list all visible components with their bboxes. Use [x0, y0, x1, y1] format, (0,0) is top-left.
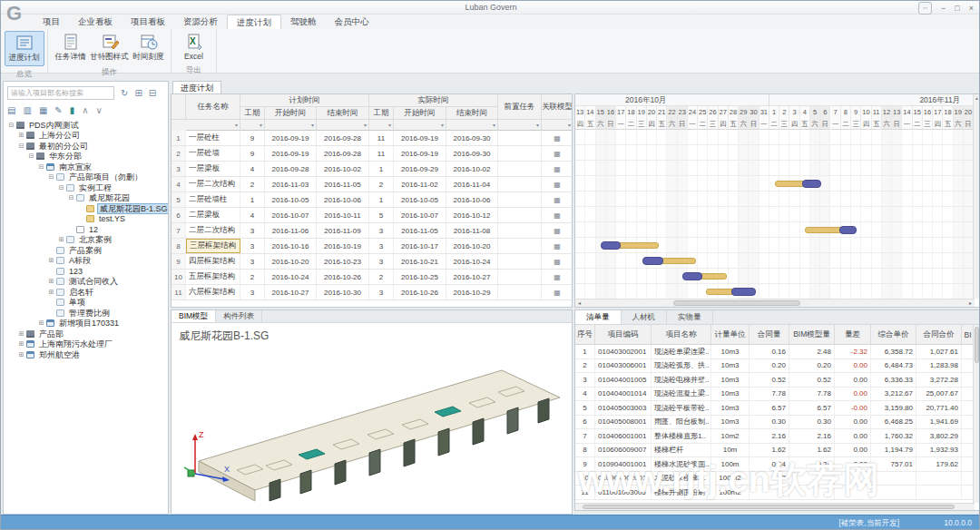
- bim-3d-model[interactable]: [182, 347, 564, 505]
- linked-model-cell[interactable]: ▦: [542, 192, 573, 207]
- quantities-tab-0[interactable]: 清单量: [575, 310, 622, 324]
- qty-row[interactable]: 10010904002001水泥砂浆楼梯2..100m20.22: [575, 472, 975, 486]
- qty-row[interactable]: 7010406001001整体楼梯直形1..10m22.162.160.001,…: [575, 429, 975, 444]
- gantt-actual-bar[interactable]: [601, 241, 620, 250]
- qty-row[interactable]: 2010403006001现浇砼弧形、拱..10m30.200.200.006,…: [575, 359, 975, 374]
- view-icon[interactable]: ▦: [39, 105, 47, 115]
- filter-dropdown-icon[interactable]: ▾: [240, 120, 265, 131]
- task-row[interactable]: 7二层二次结构32016-11-062016-11-0932016-11-052…: [172, 223, 573, 239]
- model-link-icon[interactable]: ▦: [554, 211, 561, 220]
- task-row[interactable]: 8三层框架结构32016-10-162016-10-1932016-10-172…: [172, 239, 573, 254]
- model-link-icon[interactable]: ▦: [554, 196, 561, 204]
- tree-item[interactable]: 12: [4, 224, 168, 235]
- window-theme-button[interactable]: ▫▫: [918, 2, 932, 15]
- filter-dropdown-icon[interactable]: ▾: [394, 120, 446, 131]
- collapse-up-icon[interactable]: ∧: [82, 105, 88, 115]
- menu-tab-2[interactable]: 项目看板: [122, 15, 174, 29]
- quantities-tab-1[interactable]: 人材机: [622, 310, 668, 324]
- gantt-vertical-scrollbar[interactable]: ▲: [973, 94, 980, 299]
- tree-item[interactable]: 管理费比例: [4, 308, 168, 319]
- close-button[interactable]: ×: [969, 3, 974, 14]
- task-row[interactable]: 3一层梁板42016-09-282016-10-0212016-09-29201…: [172, 162, 573, 177]
- menu-tab-4[interactable]: 进度计划: [227, 15, 281, 29]
- tree-item[interactable]: ⊟PDS内网测试: [4, 120, 168, 131]
- menu-tab-0[interactable]: 项目: [34, 15, 69, 29]
- tree-item[interactable]: ⊞测试合同收入: [4, 277, 168, 288]
- expand-icon[interactable]: ⊞: [47, 278, 55, 285]
- model-link-icon[interactable]: ▦: [554, 258, 561, 266]
- filter-dropdown-icon[interactable]: ▾: [265, 120, 317, 131]
- menu-tab-3[interactable]: 资源分析: [174, 15, 227, 29]
- tree-item[interactable]: ⊞北京案例: [4, 235, 168, 246]
- tree-item[interactable]: ⊟产品部项目（勿删）: [4, 172, 168, 183]
- filter-dropdown-icon[interactable]: ▾: [369, 120, 394, 131]
- filter-dropdown-icon[interactable]: ▾: [542, 120, 573, 131]
- qty-row[interactable]: 9010904001001楼梯水泥砂浆面..100m0.240.240.0075…: [575, 457, 975, 472]
- task-row[interactable]: 4一层二次结构22016-11-032016-11-0522016-11-022…: [172, 177, 573, 192]
- filter-dropdown-icon[interactable]: ▾: [186, 120, 240, 131]
- gantt-horizontal-scrollbar[interactable]: ◄ ►: [575, 299, 975, 307]
- maximize-button[interactable]: □: [955, 3, 959, 14]
- collapse-icon[interactable]: ⊟: [57, 184, 65, 191]
- gantt-actual-bar[interactable]: [839, 226, 857, 234]
- tree-item[interactable]: ⊞郑州航空港: [4, 349, 168, 360]
- collapse-icon[interactable]: ⊟: [47, 173, 55, 181]
- time-scale-button[interactable]: 时间刻度: [129, 31, 168, 64]
- tree-item[interactable]: ⊞上海分公司: [4, 131, 168, 142]
- expand-all-icon[interactable]: ⊞: [134, 88, 142, 98]
- task-row[interactable]: 11六层框架结构32016-10-272016-10-3032016-10-26…: [172, 285, 573, 300]
- model-link-icon[interactable]: ▦: [554, 165, 561, 173]
- task-detail-button[interactable]: 任务详情: [51, 31, 90, 64]
- expand-icon[interactable]: ⊞: [57, 236, 65, 243]
- qty-row[interactable]: 11011001003005楼梯井侧面粉刷100m2: [575, 486, 975, 500]
- bim-tab-0[interactable]: BIM模型: [172, 310, 216, 322]
- quantities-horizontal-scrollbar[interactable]: [575, 503, 975, 510]
- delete-icon[interactable]: ▮: [70, 105, 75, 115]
- collapse-icon[interactable]: ⊟: [37, 163, 45, 171]
- collapse-icon[interactable]: ⊟: [17, 142, 25, 150]
- expand-icon[interactable]: ⊞: [17, 351, 25, 358]
- layout-icon[interactable]: ⊟: [149, 88, 156, 98]
- linked-model-cell[interactable]: ▦: [542, 208, 573, 222]
- filter-dropdown-icon[interactable]: ▾: [317, 120, 369, 131]
- minimize-button[interactable]: −: [941, 3, 946, 14]
- tree-item[interactable]: ⊞A标段: [4, 256, 168, 267]
- qty-row[interactable]: 3010404001005现浇砼电梯井壁..10m30.520.520.006,…: [575, 373, 975, 388]
- task-row[interactable]: 5二层砼墙柱12016-10-052016-10-0612016-10-0520…: [172, 192, 573, 208]
- task-row[interactable]: 10五层框架结构22016-10-242016-10-2622016-10-25…: [172, 270, 573, 285]
- linked-model-cell[interactable]: ▦: [542, 131, 573, 145]
- edit-icon[interactable]: ✎: [54, 105, 62, 115]
- excel-export-button[interactable]: X Excel: [174, 31, 213, 63]
- tree-item[interactable]: ⊞启名轩: [4, 287, 168, 298]
- tree-item[interactable]: ⊞产品部: [4, 329, 168, 339]
- task-row[interactable]: 6二层梁板42016-10-072016-10-1152016-10-07201…: [172, 208, 573, 223]
- tree-item[interactable]: 单项: [4, 298, 168, 309]
- task-row[interactable]: 1一层砼柱92016-09-192016-09-28112016-09-1920…: [172, 131, 573, 146]
- expand-icon[interactable]: ⊞: [17, 132, 25, 139]
- tree-item[interactable]: ⊞上海南翔污水处理厂: [4, 339, 168, 350]
- collapse-icon[interactable]: ⊟: [67, 194, 75, 201]
- menu-tab-6[interactable]: 会员中心: [326, 15, 378, 29]
- project-search-input[interactable]: [7, 86, 114, 100]
- model-link-icon[interactable]: ▦: [554, 242, 561, 250]
- model-link-icon[interactable]: ▦: [554, 273, 561, 281]
- model-link-icon[interactable]: ▦: [554, 181, 561, 189]
- qty-row[interactable]: 6010405008001雨蓬、阳台板制..10m30.300.300.006,…: [575, 416, 975, 430]
- gantt-actual-bar[interactable]: [802, 180, 821, 188]
- linked-model-cell[interactable]: ▦: [542, 162, 573, 176]
- model-link-icon[interactable]: ▦: [554, 134, 561, 142]
- qty-row[interactable]: 1010403002001现浇砼单梁连梁..10m30.162.48-2.326…: [575, 345, 975, 359]
- new-icon[interactable]: ▤: [7, 105, 15, 115]
- gantt-actual-bar[interactable]: [642, 257, 663, 265]
- collapse-icon[interactable]: ⊟: [7, 122, 15, 129]
- qty-row[interactable]: 5010405003003现浇砼平板带砼..10m36.576.57-0.003…: [575, 401, 975, 416]
- linked-model-cell[interactable]: ▦: [542, 223, 573, 238]
- tree-item[interactable]: 威尼斯花园B-1.SG: [4, 203, 168, 214]
- filter-dropdown-icon[interactable]: ▾: [446, 120, 498, 131]
- collapse-icon[interactable]: ⊟: [27, 152, 35, 160]
- menu-tab-5[interactable]: 驾驶舱: [281, 15, 326, 29]
- tree-item[interactable]: ⊟华东分部: [4, 152, 168, 162]
- linked-model-cell[interactable]: ▦: [542, 177, 573, 191]
- gantt-actual-bar[interactable]: [731, 288, 756, 296]
- quantities-vertical-scrollbar[interactable]: [973, 325, 980, 503]
